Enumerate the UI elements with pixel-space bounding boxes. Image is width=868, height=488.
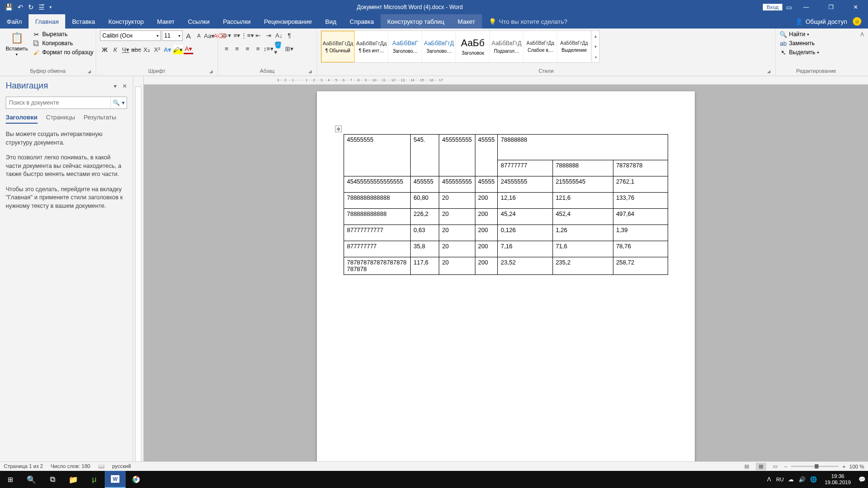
font-color-button[interactable]: A▾ <box>184 45 193 54</box>
horizontal-ruler[interactable]: 3 · · 2 · · 1 · · · · · 1 · · 2 · · 3 · … <box>144 76 868 85</box>
tray-expand-icon[interactable]: ᐱ <box>765 476 773 483</box>
italic-button[interactable]: К <box>110 45 120 54</box>
nav-close-button[interactable]: ✕ <box>122 83 127 89</box>
minimize-button[interactable]: — <box>796 0 817 14</box>
style-item-1[interactable]: АаБбВвГгДд¶ Без инт… <box>355 31 388 62</box>
tell-me-search[interactable]: 💡 Что вы хотите сделать? <box>489 14 568 29</box>
close-button[interactable]: ✕ <box>845 0 866 14</box>
zoom-slider[interactable] <box>791 466 838 467</box>
nav-search-button[interactable]: 🔍 ▾ <box>110 97 127 108</box>
touch-mode-icon[interactable]: ☰̌ <box>39 3 45 11</box>
copy-button[interactable]: ⿻Копировать <box>33 39 94 47</box>
ribbon-display-icon[interactable]: ▭ <box>786 4 792 11</box>
strikethrough-button[interactable]: abc <box>131 45 141 54</box>
replace-button[interactable]: abЗаменить <box>779 39 819 47</box>
network-icon[interactable]: 🌐 <box>809 476 818 483</box>
redo-icon[interactable]: ↻ <box>28 3 34 11</box>
style-item-4[interactable]: АаБбЗаголовок <box>456 31 490 62</box>
nav-tab-headings[interactable]: Заголовки <box>6 114 38 124</box>
font-name-combo[interactable]: Calibri (Осн▾ <box>100 30 161 41</box>
numbering-button[interactable]: ≡▾ <box>232 30 242 40</box>
language-indicator[interactable]: русский <box>112 463 131 469</box>
tab-review[interactable]: Рецензирование <box>257 14 318 29</box>
nav-tab-pages[interactable]: Страницы <box>46 114 75 124</box>
show-marks-button[interactable]: ¶ <box>285 30 294 40</box>
tab-table-layout[interactable]: Макет <box>451 14 482 29</box>
gallery-up[interactable]: ▲ <box>592 31 599 41</box>
increase-indent-button[interactable]: ⇥ <box>264 30 273 40</box>
zoom-level[interactable]: 100 % <box>849 464 864 469</box>
print-layout-button[interactable]: ▦ <box>756 463 766 470</box>
text-effects-button[interactable]: A▾ <box>163 45 172 54</box>
line-spacing-button[interactable]: ↕≡▾ <box>264 44 273 53</box>
select-button[interactable]: ↖Выделить ▾ <box>779 49 819 56</box>
align-left-button[interactable]: ≡ <box>222 44 231 53</box>
tab-help[interactable]: Справка <box>343 14 381 29</box>
vertical-ruler[interactable] <box>133 76 144 478</box>
spellcheck-icon[interactable]: 📖 <box>98 463 105 469</box>
restore-button[interactable]: ❐ <box>820 0 841 14</box>
multilevel-button[interactable]: ⋮≡▾ <box>243 30 252 40</box>
undo-icon[interactable]: ↶ <box>18 3 23 11</box>
clock[interactable]: 19:36 19.06.2019 <box>821 473 855 486</box>
format-painter-button[interactable]: 🖌Формат по образцу <box>33 49 94 56</box>
align-center-button[interactable]: ≡ <box>232 44 242 53</box>
shrink-font-button[interactable]: A <box>194 31 204 40</box>
web-layout-button[interactable]: ▭ <box>770 463 780 470</box>
paste-button[interactable]: 📋 Вставить ▾ <box>4 30 30 58</box>
notifications-icon[interactable]: 💬 <box>858 476 866 483</box>
justify-button[interactable]: ≡ <box>253 44 263 53</box>
tab-file[interactable]: Файл <box>0 14 29 29</box>
highlight-button[interactable]: 🖊▾ <box>173 45 183 54</box>
style-item-7[interactable]: АаБбВвГгДдВыделение <box>558 31 591 62</box>
font-size-combo[interactable]: 11▾ <box>162 30 183 41</box>
task-view-button[interactable]: ⧉ <box>42 471 63 488</box>
underline-button[interactable]: Ч▾ <box>121 45 130 54</box>
collapse-ribbon-button[interactable]: ᐱ <box>860 31 864 38</box>
gallery-more[interactable]: ▾ <box>592 52 599 62</box>
tab-mailings[interactable]: Рассылки <box>216 14 257 29</box>
style-item-5[interactable]: АаБбВвГгДПодзагол… <box>490 31 523 62</box>
decrease-indent-button[interactable]: ⇤ <box>253 30 263 40</box>
nav-search-input[interactable] <box>6 97 110 108</box>
login-button[interactable]: Вход <box>763 4 782 10</box>
font-dialog-launcher[interactable]: ◢ <box>209 69 213 74</box>
document-scroll-area[interactable]: 3 · · 2 · · 1 · · · · · 1 · · 2 · · 3 · … <box>144 76 868 478</box>
qat-customize-icon[interactable]: ▾ <box>49 5 52 10</box>
nav-tab-results[interactable]: Результаты <box>84 114 116 124</box>
tab-layout[interactable]: Макет <box>150 14 181 29</box>
file-explorer-button[interactable]: 📁 <box>63 471 84 488</box>
subscript-button[interactable]: X₂ <box>142 45 151 54</box>
superscript-button[interactable]: X² <box>152 45 162 54</box>
clipboard-dialog-launcher[interactable]: ◢ <box>88 69 91 74</box>
language-tray[interactable]: RU <box>776 477 784 482</box>
tab-references[interactable]: Ссылки <box>181 14 217 29</box>
style-item-6[interactable]: АаБбВвГгДдСлабое в… <box>524 31 557 62</box>
find-button[interactable]: 🔍Найти ▾ <box>779 30 819 38</box>
read-mode-button[interactable]: ▤ <box>741 463 752 470</box>
zoom-in-button[interactable]: + <box>842 464 845 469</box>
gallery-down[interactable]: ▼ <box>592 41 599 52</box>
tab-insert[interactable]: Вставка <box>65 14 101 29</box>
utorrent-button[interactable]: μ <box>84 471 105 488</box>
change-case-button[interactable]: Aa▾ <box>205 31 214 40</box>
bold-button[interactable]: Ж <box>100 45 109 54</box>
document-table[interactable]: 45555555545.4555555554555578888888877777… <box>344 134 668 275</box>
sort-button[interactable]: A↓ <box>274 30 284 40</box>
shading-button[interactable]: 🪣▾ <box>274 44 284 53</box>
styles-dialog-launcher[interactable]: ◢ <box>767 69 770 74</box>
tab-design[interactable]: Конструктор <box>102 14 150 29</box>
start-button[interactable]: ⊞ <box>0 471 21 488</box>
feedback-icon[interactable]: ☺ <box>853 17 861 26</box>
style-item-0[interactable]: АаБбВвГгДд¶ Обычный <box>321 31 355 62</box>
tab-table-design[interactable]: Конструктор таблиц <box>381 14 451 29</box>
borders-button[interactable]: ⊞▾ <box>285 44 294 53</box>
bullets-button[interactable]: ≔▾ <box>222 30 231 40</box>
grow-font-button[interactable]: A <box>184 31 193 40</box>
page-indicator[interactable]: Страница 1 из 2 <box>4 463 43 469</box>
zoom-out-button[interactable]: − <box>784 464 787 469</box>
table-move-handle[interactable]: ✥ <box>335 126 342 132</box>
tab-home[interactable]: Главная <box>29 14 65 29</box>
nav-options-button[interactable]: ▾ <box>114 83 117 89</box>
align-right-button[interactable]: ≡ <box>243 44 252 53</box>
